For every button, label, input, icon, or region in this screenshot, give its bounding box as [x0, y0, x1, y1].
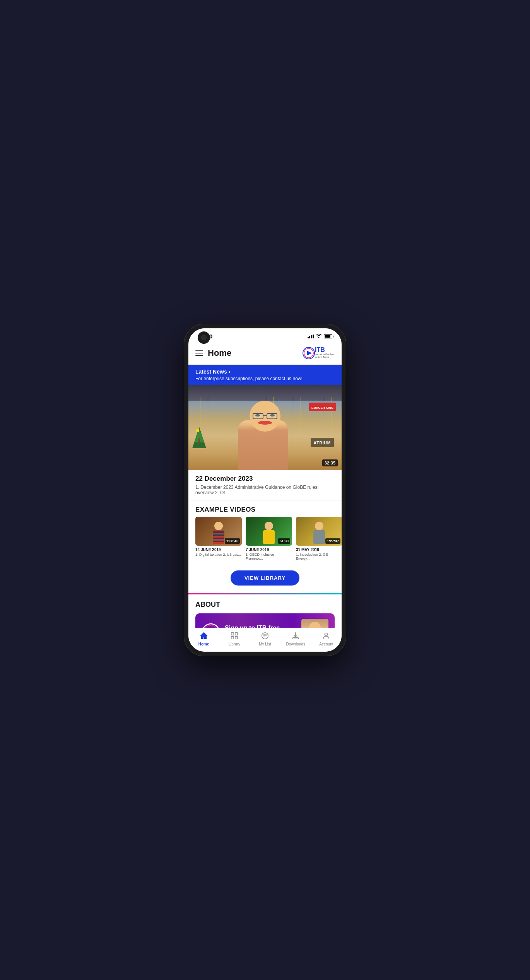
wifi-icon	[316, 333, 322, 339]
video-date: 22 December 2023	[195, 475, 335, 483]
news-banner-title: Latest News ›	[195, 369, 335, 375]
status-bar: 12:30	[188, 328, 342, 342]
app-header: Home ITB International Tax Bytes by Stev…	[188, 342, 342, 365]
person-shirt-1	[213, 530, 224, 544]
status-icons	[308, 333, 333, 339]
nav-label-home: Home	[198, 642, 209, 646]
signal-bars-icon	[308, 335, 314, 338]
nav-item-home[interactable]: Home	[188, 631, 219, 646]
video-card-desc-3: 1. Introduction 2. GE Energy...	[296, 553, 342, 560]
svg-rect-10	[235, 633, 238, 635]
nav-label-library: Library	[229, 642, 241, 646]
email-signup-banner[interactable]: Sign up to ITB free weekly email alerts	[195, 613, 335, 628]
hamburger-menu[interactable]	[195, 350, 203, 356]
svg-rect-12	[235, 637, 238, 639]
person-head-2	[265, 522, 273, 530]
video-card-3[interactable]: 1:27:37 31 MAY 2019 1. Introduction 2. G…	[296, 517, 342, 560]
account-icon	[321, 631, 331, 640]
phone-frame: 12:30	[184, 324, 346, 656]
svg-rect-9	[231, 633, 234, 635]
bottom-nav: Home Library	[188, 628, 342, 652]
nav-label-downloads: Downloads	[286, 642, 305, 646]
camera-notch	[198, 331, 210, 344]
about-section: ABOUT Sign up to ITB free weekly email a…	[188, 594, 342, 628]
svg-text:International Tax Bytes: International Tax Bytes	[315, 353, 335, 355]
svg-text:by Steve Towers: by Steve Towers	[315, 356, 329, 358]
featured-video-duration: 32:35	[322, 459, 338, 466]
about-title: ABOUT	[195, 601, 335, 609]
svg-rect-17	[293, 638, 299, 639]
person-shirt-3	[313, 530, 325, 544]
nav-item-account[interactable]: Account	[311, 631, 342, 646]
person-head-3	[315, 522, 323, 530]
nav-item-downloads[interactable]: Downloads	[280, 631, 311, 646]
nav-item-mylist[interactable]: My List	[250, 631, 280, 646]
video-info: 22 December 2023 1. December 2023 Admini…	[188, 470, 342, 500]
battery-icon	[324, 334, 332, 338]
person-head-1	[214, 522, 223, 530]
logo-area: ITB International Tax Bytes by Steve Tow…	[302, 346, 335, 360]
news-banner-text: For enterprise subscriptions, please con…	[195, 376, 335, 381]
itb-icon-small	[202, 623, 220, 628]
itb-logo: ITB International Tax Bytes by Steve Tow…	[302, 346, 335, 360]
camera-lens	[201, 335, 207, 340]
view-library-wrapper: VIEW LIBRARY	[188, 567, 342, 593]
video-card-2[interactable]: 51:33 7 JUNE 2019 1. OECD Inclusive Fram…	[246, 517, 292, 560]
view-library-button[interactable]: VIEW LIBRARY	[231, 570, 299, 586]
svg-point-6	[202, 624, 219, 628]
person-shirt-2	[263, 530, 275, 544]
example-videos-title: EXAMPLE VIDEOS	[195, 506, 335, 514]
nav-label-account: Account	[319, 642, 333, 646]
nav-label-mylist: My List	[259, 642, 271, 646]
signup-photo	[301, 619, 328, 628]
nav-item-library[interactable]: Library	[219, 631, 250, 646]
downloads-icon	[291, 631, 300, 640]
home-icon	[199, 631, 209, 640]
video-thumb-duration-3: 1:27:37	[325, 538, 340, 544]
phone-screen: 12:30	[188, 328, 342, 652]
app-content[interactable]: Home ITB International Tax Bytes by Stev…	[188, 342, 342, 628]
video-thumb-3: 1:27:37	[296, 517, 342, 546]
video-thumb-duration-2: 51:33	[278, 538, 290, 544]
video-thumb-1: 1:08:46	[195, 517, 242, 546]
featured-video[interactable]: ATRIUM BURGER KING 32:35	[188, 385, 342, 470]
mylist-icon	[260, 631, 270, 640]
video-card-1[interactable]: 1:08:46 14 JUNE 2019 1. Digital taxation…	[195, 517, 242, 560]
library-icon	[230, 631, 239, 640]
video-grid: 1:08:46 14 JUNE 2019 1. Digital taxation…	[188, 517, 342, 567]
signup-text: Sign up to ITB free weekly email alerts	[225, 624, 297, 628]
svg-point-18	[325, 633, 328, 636]
video-description: 1. December 2023 Administrative Guidance…	[195, 485, 335, 495]
video-card-date-3: 31 MAY 2019	[296, 548, 342, 552]
example-videos-section: EXAMPLE VIDEOS	[188, 500, 342, 517]
svg-text:ITB: ITB	[315, 347, 325, 353]
svg-marker-2	[307, 351, 312, 355]
video-card-date-2: 7 JUNE 2019	[246, 548, 292, 552]
video-card-desc-1: 1. Digital taxation 2. US cas...	[195, 553, 242, 557]
video-thumb-duration-1: 1:08:46	[225, 538, 240, 544]
video-thumb-2: 51:33	[246, 517, 292, 546]
news-banner[interactable]: Latest News › For enterprise subscriptio…	[188, 365, 342, 385]
svg-rect-11	[231, 637, 234, 639]
video-card-date-1: 14 JUNE 2019	[195, 548, 242, 552]
video-card-desc-2: 1. OECD Inclusive Framewo...	[246, 553, 292, 560]
page-title: Home	[208, 348, 231, 358]
